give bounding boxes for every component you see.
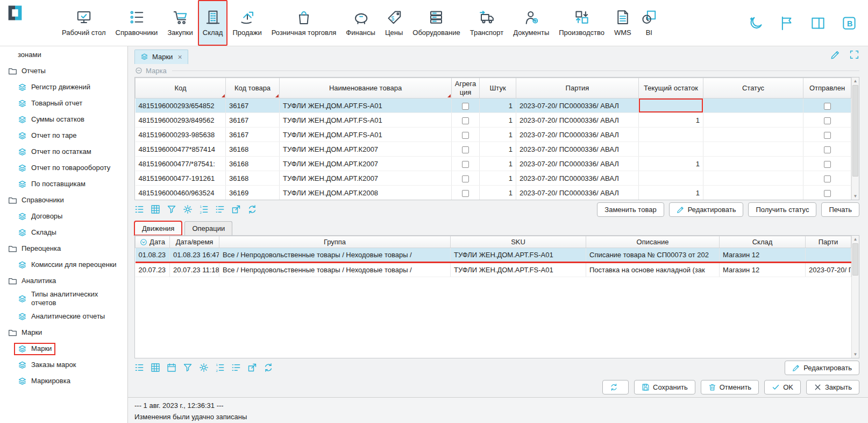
- gear-icon[interactable]: [199, 363, 209, 372]
- dash-list-icon[interactable]: [215, 205, 225, 214]
- checkbox-icon[interactable]: [462, 103, 469, 110]
- sidebar-item[interactable]: Переоценка: [0, 241, 127, 257]
- grid-icon[interactable]: [151, 363, 160, 372]
- detail-tab[interactable]: Операции: [184, 221, 232, 235]
- action-button[interactable]: Заменить товар: [597, 202, 664, 217]
- export-icon[interactable]: [231, 205, 241, 214]
- nav-item[interactable]: Справочники: [111, 0, 163, 46]
- sidebar-item[interactable]: Аналитические отчеты: [0, 309, 127, 325]
- column-header[interactable]: Описание: [586, 236, 720, 248]
- column-header[interactable]: Группа: [219, 236, 451, 248]
- column-header[interactable]: Склад: [720, 236, 806, 248]
- edit-button[interactable]: Редактировать: [785, 361, 859, 375]
- scrollbar-thumb[interactable]: [852, 85, 858, 177]
- checkbox-icon[interactable]: [462, 161, 469, 168]
- sidebar-item[interactable]: Договоры: [0, 208, 127, 224]
- nav-item[interactable]: Розничная торговля: [267, 0, 341, 46]
- sidebar-item[interactable]: Отчеты: [0, 63, 127, 79]
- collapse-icon[interactable]: [135, 67, 143, 74]
- column-header[interactable]: Дата: [136, 236, 170, 248]
- footer-button[interactable]: [602, 380, 629, 394]
- tab-marki[interactable]: Марки ×: [134, 50, 188, 64]
- filter-icon[interactable]: [167, 205, 176, 214]
- table-row[interactable]: 4815196000460/963524 36169 ТУФЛИ ЖЕН.ДОМ…: [136, 186, 851, 200]
- layout-icon[interactable]: [810, 15, 826, 31]
- column-header[interactable]: SKU: [451, 236, 586, 248]
- column-header[interactable]: Штук: [480, 78, 516, 98]
- column-header[interactable]: Код: [136, 78, 226, 98]
- footer-button[interactable]: OK: [764, 380, 801, 394]
- refresh-icon[interactable]: [264, 363, 273, 372]
- numbered-list-icon[interactable]: 12: [199, 205, 209, 214]
- moon-icon[interactable]: [748, 15, 764, 31]
- nav-item[interactable]: Производство: [554, 0, 609, 46]
- sidebar-item[interactable]: Регистр движений: [0, 79, 127, 95]
- table-row[interactable]: 01.08.23 01.08.23 16:47 Все / Непродовол…: [136, 248, 851, 263]
- nav-item[interactable]: Закупки: [162, 0, 197, 46]
- action-button[interactable]: Печать: [821, 202, 859, 217]
- nav-item[interactable]: Продажи: [227, 0, 266, 46]
- export-icon[interactable]: [247, 363, 257, 372]
- filter-icon[interactable]: [183, 363, 193, 372]
- nav-item[interactable]: WMS: [609, 0, 636, 46]
- checkbox-icon[interactable]: [462, 146, 469, 153]
- table-row[interactable]: 4815196000293-985638 36167 ТУФЛИ ЖЕН.ДОМ…: [136, 128, 851, 142]
- checkbox-icon[interactable]: [824, 190, 831, 197]
- sidebar-item[interactable]: Отчет по товарообороту: [0, 160, 127, 176]
- expand-icon[interactable]: [849, 50, 859, 60]
- nav-item[interactable]: Склад: [198, 0, 228, 46]
- flag-icon[interactable]: [779, 15, 795, 31]
- nav-item[interactable]: Оборудование: [408, 0, 465, 46]
- calendar-icon[interactable]: [167, 363, 176, 372]
- pencil-icon[interactable]: [830, 50, 841, 60]
- table-row[interactable]: 4815196000477/*87541: 36168 ТУФЛИ ЖЕН.ДО…: [136, 157, 851, 171]
- table-row[interactable]: 4815196000293/849562 36167 ТУФЛИ ЖЕН.ДОМ…: [136, 113, 851, 128]
- nav-item[interactable]: Финансы: [341, 0, 380, 46]
- table-row[interactable]: 4815196000293/654852 36167 ТУФЛИ ЖЕН.ДОМ…: [136, 98, 851, 113]
- checkbox-icon[interactable]: [824, 103, 831, 110]
- nav-item[interactable]: BI: [636, 0, 662, 46]
- sidebar-item[interactable]: Товарный отчет: [0, 95, 127, 111]
- sidebar-item[interactable]: Заказы марок: [0, 357, 127, 373]
- footer-button[interactable]: Сохранить: [634, 380, 695, 394]
- sidebar-item[interactable]: Аналитика: [0, 273, 127, 289]
- sidebar-item[interactable]: Комиссии для переоценки: [0, 257, 127, 273]
- column-header[interactable]: Агрегация: [452, 78, 480, 98]
- column-header[interactable]: Текущий остаток: [639, 78, 703, 98]
- sidebar-item[interactable]: зонами: [0, 47, 127, 63]
- sidebar-item[interactable]: Марки: [0, 325, 127, 341]
- action-button[interactable]: Получить статус: [748, 202, 816, 217]
- tab-close-icon[interactable]: ×: [177, 53, 182, 61]
- sidebar-item[interactable]: Марки: [0, 341, 127, 357]
- checkbox-icon[interactable]: [824, 175, 831, 182]
- nav-item[interactable]: Транспорт: [465, 0, 509, 46]
- list-icon[interactable]: [134, 205, 144, 214]
- column-header[interactable]: Код товара: [226, 78, 280, 98]
- column-header[interactable]: Статус: [703, 78, 803, 98]
- checkbox-icon[interactable]: [462, 175, 469, 182]
- nav-item[interactable]: Документы: [508, 0, 554, 46]
- detail-tab[interactable]: Движения: [134, 221, 182, 235]
- checkbox-icon[interactable]: [462, 132, 469, 139]
- table-row[interactable]: 4815196000477*857414 36168 ТУФЛИ ЖЕН.ДОМ…: [136, 142, 851, 157]
- dash-list-icon[interactable]: [231, 363, 241, 372]
- scrollbar-thumb[interactable]: [852, 243, 858, 276]
- vertical-scrollbar[interactable]: [851, 77, 859, 200]
- sidebar-item[interactable]: Отчет по таре: [0, 128, 127, 144]
- footer-button[interactable]: Закрыть: [806, 380, 859, 394]
- column-header[interactable]: Дата/время: [170, 236, 219, 248]
- column-header[interactable]: Парти: [806, 236, 851, 248]
- checkbox-icon[interactable]: [462, 190, 469, 197]
- nav-item[interactable]: Рабочий стол: [57, 0, 111, 46]
- footer-button[interactable]: Отменить: [701, 380, 759, 394]
- checkbox-icon[interactable]: [824, 161, 831, 168]
- action-button[interactable]: Редактировать: [669, 202, 744, 217]
- sidebar-item[interactable]: Склады: [0, 224, 127, 241]
- grid-icon[interactable]: [151, 205, 160, 214]
- numbered-list-icon[interactable]: 12: [215, 363, 225, 372]
- sidebar-item[interactable]: Отчет по остаткам: [0, 144, 127, 160]
- sidebar-item[interactable]: Суммы остатков: [0, 111, 127, 128]
- vertical-scrollbar[interactable]: [851, 236, 859, 358]
- checkbox-icon[interactable]: [824, 132, 831, 139]
- checkbox-icon[interactable]: [824, 117, 831, 124]
